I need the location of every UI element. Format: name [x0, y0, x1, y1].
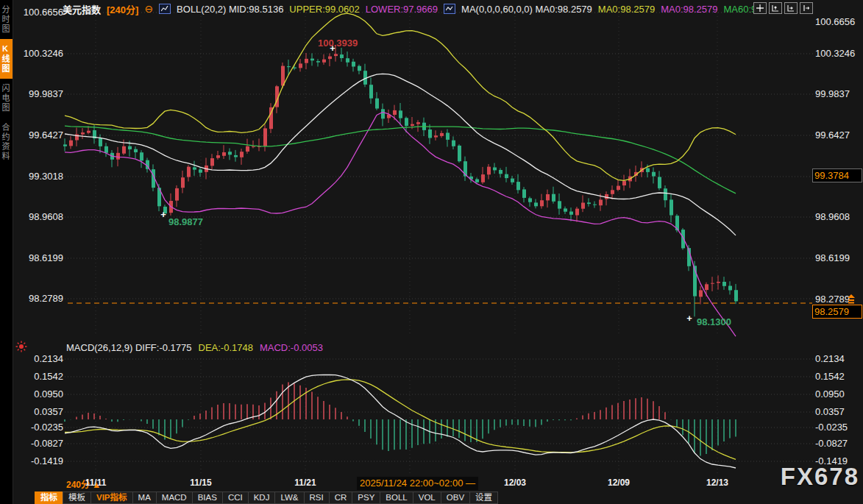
price-axis-label-left: 99.3018: [10, 171, 63, 182]
ma0-yellow-readout: MA0:98.2579: [598, 4, 655, 15]
macd-hist-readout: MACD:-0.0053: [260, 342, 323, 353]
macd-axis-label-right: -0.0235: [815, 422, 862, 433]
macd-axis-label-right: 0.0950: [815, 388, 862, 400]
price-axis-label-left: 99.9837: [10, 88, 63, 99]
sidebar-tab-合约资料[interactable]: 合约资料: [0, 118, 13, 166]
price-axis-label-left: 98.2789: [10, 293, 63, 304]
toolbar-item-CR[interactable]: CR: [329, 491, 353, 504]
toolbar-item-BOLL[interactable]: BOLL: [380, 491, 413, 504]
toolbar-item-模板[interactable]: 模板: [63, 491, 91, 504]
toolbar-item-指标[interactable]: 指标: [35, 491, 63, 504]
low2-cross-marker: +: [686, 313, 692, 324]
price-axis-label-left: 99.6427: [10, 129, 63, 141]
price-alert-arrows-icon[interactable]: [847, 294, 856, 303]
date-axis: 240分 ▲ 11/1111/1511/2112/0312/0912/13 20…: [13, 475, 863, 491]
scale-up-axis-icon[interactable]: [769, 2, 782, 14]
price-axis-label-right: 100.6656: [815, 16, 862, 27]
ma-readout: MA(0,0,0,60,0,0) MA0:98.2579: [461, 4, 592, 15]
toolbar-item-BIAS[interactable]: BIAS: [192, 491, 223, 504]
toolbar-item-MA[interactable]: MA: [132, 491, 157, 504]
highlighted-date-range[interactable]: 2025/11/24 22:00~02:00 —: [357, 477, 478, 490]
alert-flash-icon[interactable]: [15, 341, 27, 355]
scale-right-axis-icon[interactable]: [784, 2, 798, 14]
macd-diff-readout: MACD(26,12,9) DIFF:-0.1775: [66, 342, 192, 353]
low2-price-annotation: 98.1300: [697, 316, 731, 327]
pan-right-icon[interactable]: [800, 2, 813, 14]
macd-axis-label-left: -0.0235: [10, 422, 63, 433]
trading-app-window: 分时图K线图闪电图合约资料 美元指数 [240分] ⊖ BOLL(20,2) M…: [0, 0, 863, 504]
view-mode-sidebar: 分时图K线图闪电图合约资料: [0, 0, 13, 504]
macd-axis-label-right: -0.1419: [815, 455, 862, 466]
toolbar-item-MACD[interactable]: MACD: [156, 491, 193, 504]
price-axis-label-right: 99.9837: [815, 88, 862, 99]
boll-lower-readout: LOWER:97.9669: [366, 4, 438, 15]
ma0-magenta-readout: MA0:98.2579: [661, 4, 717, 15]
toolbar-item-RSI[interactable]: RSI: [304, 491, 330, 504]
boll-indicator-icon[interactable]: [159, 4, 171, 14]
macd-axis-label-right: 0.2134: [815, 353, 862, 364]
high-cross-marker: +: [330, 43, 335, 54]
date-label: 11/21: [294, 478, 316, 488]
macd-axis-label-left: -0.0827: [10, 438, 63, 449]
date-label: 12/13: [706, 478, 728, 488]
boll-upper-readout: UPPER:99.0602: [289, 4, 359, 15]
period-label[interactable]: [240分]: [107, 2, 138, 16]
toolbar-item-LW&[interactable]: LW&: [274, 491, 304, 504]
chart-tool-buttons: [753, 2, 813, 14]
price-axis-label-right: 100.3246: [815, 48, 862, 59]
sidebar-tab-闪电图[interactable]: 闪电图: [0, 79, 13, 118]
macd-axis-label-right: 0.0357: [815, 406, 862, 417]
macd-axis-label-right: -0.0827: [815, 438, 862, 449]
boll-readout: BOLL(20,2) MID:98.5136: [177, 4, 283, 15]
toolbar-item-PSY[interactable]: PSY: [352, 491, 380, 504]
date-label: 11/15: [190, 478, 211, 488]
chart-header: 美元指数 [240分] ⊖ BOLL(20,2) MID:98.5136 UPP…: [63, 2, 756, 15]
last-price-badge: 98.2579: [812, 305, 862, 319]
upper-price-badge: 99.3784: [812, 168, 862, 182]
macd-axis-label-left: 0.0950: [10, 388, 63, 400]
macd-axis-label-left: 0.1542: [10, 371, 63, 382]
toolbar-item-VIP指标[interactable]: VIP指标: [90, 491, 133, 504]
macd-dea-readout: DEA:-0.1748: [199, 342, 253, 353]
toolbar-item-设置[interactable]: 设置: [469, 491, 498, 504]
low1-price-annotation: 98.9877: [168, 216, 203, 227]
toolbar-item-OBV[interactable]: OBV: [441, 491, 470, 504]
indicator-toolbar: 指标模板VIP指标MAMACDBIASCCIKDJLW&RSICRPSYBOLL…: [35, 491, 498, 504]
macd-axis-label-left: -0.1419: [10, 455, 63, 466]
collapse-circle-icon[interactable]: ⊖: [144, 4, 153, 13]
date-label: 11/11: [85, 478, 107, 488]
toolbar-item-CCI[interactable]: CCI: [222, 491, 249, 504]
crosshair-tool-icon[interactable]: [753, 2, 767, 14]
price-axis-label-left: 100.3246: [10, 48, 63, 59]
macd-axis-label-right: 0.1542: [815, 371, 862, 382]
sidebar-tab-分时图[interactable]: 分时图: [0, 0, 13, 39]
price-axis-label-right: 99.6427: [815, 129, 862, 141]
price-axis-label-left: 98.6199: [10, 252, 63, 263]
price-axis-label-right: 98.6199: [815, 252, 862, 263]
high-price-annotation: 100.3939: [318, 38, 358, 49]
ma-indicator-icon[interactable]: [444, 4, 455, 14]
toolbar-item-VOL[interactable]: VOL: [413, 491, 441, 504]
low1-cross-marker: +: [160, 209, 166, 220]
instrument-title: 美元指数: [63, 2, 101, 16]
price-axis-label-left: 98.9608: [10, 211, 63, 222]
date-label: 12/09: [608, 478, 630, 488]
price-macd-chart[interactable]: [0, 0, 863, 504]
macd-header: MACD(26,12,9) DIFF:-0.1775 DEA:-0.1748 M…: [66, 342, 323, 353]
sidebar-tab-K线图[interactable]: K线图: [0, 39, 13, 79]
toolbar-item-KDJ[interactable]: KDJ: [248, 491, 276, 504]
price-axis-label-left: 100.6656: [10, 7, 63, 18]
price-axis-label-right: 98.9608: [815, 211, 862, 222]
date-label: 12/03: [504, 478, 526, 488]
ma60-readout: MA60:9: [724, 4, 757, 15]
macd-axis-label-left: 0.0357: [10, 406, 63, 417]
